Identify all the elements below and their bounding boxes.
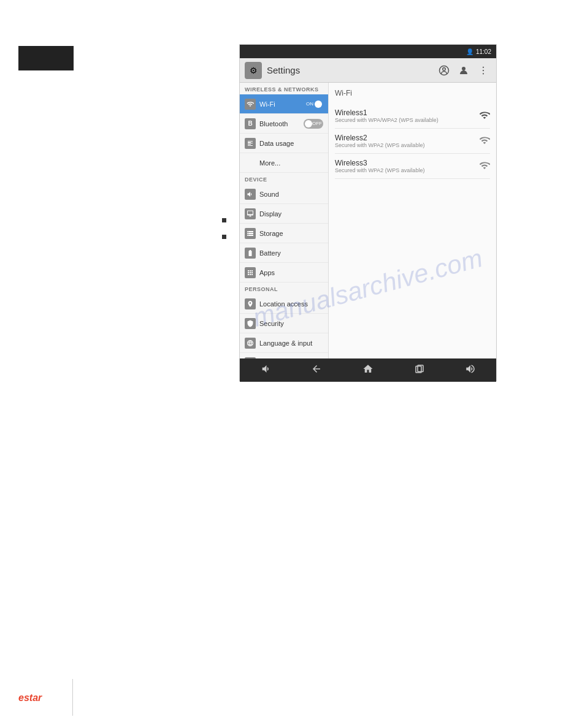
sidebar-item-more[interactable]: More...: [240, 153, 328, 173]
storage-label: Storage: [259, 230, 323, 237]
sound-label: Sound: [259, 191, 323, 198]
bluetooth-label: Bluetooth: [259, 120, 304, 127]
wifi-network-list: Wireless1 Secured with WPA/WPA2 (WPS ava…: [335, 104, 490, 179]
account-button[interactable]: [456, 63, 472, 78]
bottom-divider: [72, 679, 73, 716]
apps-icon: [245, 267, 256, 278]
display-label: Display: [259, 210, 323, 218]
list-item[interactable]: Wireless1 Secured with WPA/WPA2 (WPS ava…: [335, 104, 490, 129]
back-button[interactable]: [306, 361, 327, 379]
location-access-label: Location access: [259, 300, 323, 308]
sidebar-item-apps[interactable]: Apps: [240, 263, 328, 282]
storage-icon: [245, 228, 256, 239]
toggle-knob: [315, 100, 322, 108]
sidebar-item-sound[interactable]: Sound: [240, 184, 328, 204]
language-input-label: Language & input: [259, 339, 323, 347]
status-bar-icons: 👤 11:02: [466, 48, 491, 55]
sidebar-item-storage[interactable]: Storage: [240, 224, 328, 243]
wifi-signal-icon: [479, 135, 490, 148]
section-device: DEVICE: [240, 173, 328, 184]
volume-up-button[interactable]: [460, 361, 481, 379]
tablet-device: 👤 11:02 ⚙ Settings: [239, 44, 497, 381]
bluetooth-toggle[interactable]: OFF: [304, 119, 323, 129]
wifi-panel: Wi-Fi Wireless1 Secured with WPA/WPA2 (W…: [329, 83, 496, 358]
language-icon: [245, 338, 256, 349]
wifi-network-status: Secured with WPA2 (WPS available): [335, 142, 479, 148]
person-icon: 👤: [466, 48, 473, 55]
list-item[interactable]: Wireless3 Secured with WPA2 (WPS availab…: [335, 154, 490, 179]
sidebar-item-security[interactable]: Security: [240, 314, 328, 333]
content-area: WIRELESS & NETWORKS Wi-Fi ON: [240, 83, 496, 358]
svg-point-5: [483, 73, 484, 74]
wifi-icon: [245, 99, 256, 110]
wifi-signal-icon: [479, 160, 490, 173]
app-title: Settings: [267, 65, 436, 75]
volume-down-button[interactable]: [255, 361, 276, 379]
more-icon: [245, 157, 256, 169]
security-icon: [245, 318, 256, 329]
apps-label: Apps: [259, 269, 323, 276]
estar-logo: estar: [18, 692, 42, 703]
svg-point-2: [462, 67, 465, 70]
sidebar-item-wifi[interactable]: Wi-Fi ON: [240, 94, 328, 114]
sidebar-item-data-usage[interactable]: Data usage: [240, 134, 328, 153]
security-label: Security: [259, 320, 323, 327]
status-time: 11:02: [476, 48, 491, 55]
svg-point-4: [483, 69, 484, 70]
list-item[interactable]: Wireless2 Secured with WPA2 (WPS availab…: [335, 129, 490, 154]
battery-icon: [245, 248, 256, 259]
more-options-button[interactable]: [475, 63, 491, 78]
app-header: ⚙ Settings: [240, 58, 496, 83]
wifi-network-info: Wireless3 Secured with WPA2 (WPS availab…: [335, 159, 479, 173]
sidebar-item-battery[interactable]: Battery: [240, 243, 328, 263]
wifi-network-name: Wireless2: [335, 134, 479, 142]
svg-point-1: [443, 67, 446, 70]
display-icon: [245, 208, 256, 219]
recents-button[interactable]: [409, 361, 430, 379]
sidebar-item-display[interactable]: Display: [240, 204, 328, 224]
toggle-off-label: OFF: [312, 121, 322, 126]
header-actions: [436, 63, 491, 78]
wifi-network-info: Wireless1 Secured with WPA/WPA2 (WPS ava…: [335, 108, 479, 123]
wifi-network-name: Wireless1: [335, 108, 479, 117]
bullet-point-2: [222, 235, 226, 239]
panel-title: Wi-Fi: [335, 89, 490, 97]
gear-icon: ⚙: [250, 66, 258, 75]
data-usage-label: Data usage: [259, 140, 323, 147]
estar-prefix: e: [18, 692, 24, 703]
bluetooth-toggle-switch[interactable]: OFF: [304, 119, 323, 129]
bluetooth-icon: B: [245, 118, 256, 129]
home-button[interactable]: [358, 361, 378, 379]
black-rectangle: [18, 46, 74, 70]
bluetooth-toggle-knob: [305, 120, 312, 127]
location-icon: [245, 298, 256, 309]
wifi-network-status: Secured with WPA/WPA2 (WPS available): [335, 117, 479, 123]
navigation-bar: [240, 358, 496, 382]
section-wireless-networks: WIRELESS & NETWORKS: [240, 83, 328, 94]
more-label: More...: [259, 159, 323, 167]
sound-icon: [245, 189, 256, 200]
bullet-point-1: [222, 218, 226, 222]
settings-app-icon: ⚙: [245, 62, 262, 79]
wifi-network-status: Secured with WPA2 (WPS available): [335, 167, 479, 173]
settings-sidebar: WIRELESS & NETWORKS Wi-Fi ON: [240, 83, 329, 358]
wifi-network-info: Wireless2 Secured with WPA2 (WPS availab…: [335, 134, 479, 148]
wifi-toggle-switch[interactable]: ON: [304, 99, 323, 109]
toggle-on-label: ON: [306, 101, 313, 107]
sidebar-item-language-input[interactable]: Language & input: [240, 333, 328, 353]
battery-label: Battery: [259, 249, 323, 257]
status-bar: 👤 11:02: [240, 45, 496, 58]
person-circle-button[interactable]: [436, 63, 452, 78]
section-personal: PERSONAL: [240, 282, 328, 294]
sidebar-item-location-access[interactable]: Location access: [240, 294, 328, 314]
sidebar-item-backup-reset[interactable]: Backup & reset: [240, 353, 328, 358]
data-usage-icon: [245, 138, 256, 149]
sidebar-item-bluetooth[interactable]: B Bluetooth OFF: [240, 114, 328, 134]
svg-point-3: [483, 66, 484, 67]
backup-icon: [245, 357, 256, 359]
wifi-label: Wi-Fi: [259, 100, 304, 108]
wifi-network-name: Wireless3: [335, 159, 479, 167]
wifi-toggle[interactable]: ON: [304, 99, 323, 109]
estar-suffix: star: [24, 692, 42, 703]
wifi-signal-icon: [479, 110, 490, 123]
